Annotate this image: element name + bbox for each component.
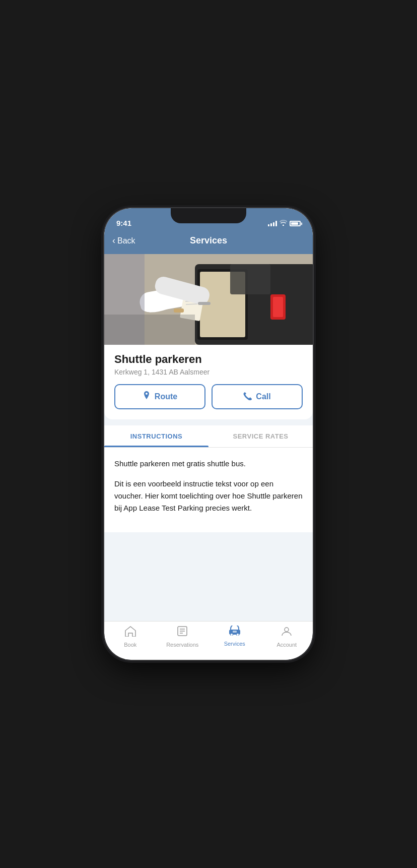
nav-item-account[interactable]: Account	[261, 626, 313, 648]
tab-service-rates[interactable]: SERVICE RATES	[208, 425, 313, 447]
service-image	[104, 254, 313, 345]
status-time: 9:41	[116, 219, 131, 227]
nav-services-label: Services	[224, 641, 245, 647]
bottom-nav: Book Reservations	[104, 621, 313, 660]
back-label: Back	[117, 236, 135, 245]
nav-item-book[interactable]: Book	[104, 626, 157, 648]
nav-reservations-label: Reservations	[166, 642, 198, 648]
home-icon	[124, 626, 136, 640]
account-icon	[281, 626, 292, 640]
tab-instructions[interactable]: INSTRUCTIONS	[104, 425, 208, 447]
instructions-content: Shuttle parkeren met gratis shuttle bus.…	[104, 448, 313, 532]
svg-rect-15	[174, 308, 184, 313]
tabs-container: INSTRUCTIONS SERVICE RATES	[104, 425, 313, 448]
svg-point-27	[285, 628, 289, 632]
route-button[interactable]: Route	[114, 384, 205, 409]
nav-book-label: Book	[124, 642, 136, 648]
signal-icon	[268, 221, 277, 226]
nav-item-services[interactable]: Services	[208, 626, 261, 648]
services-icon	[228, 626, 241, 639]
page-title: Services	[190, 235, 227, 246]
phone-icon	[243, 392, 252, 402]
instruction-paragraph-1: Shuttle parkeren met gratis shuttle bus.	[114, 458, 303, 470]
service-card: Shuttle parkeren Kerkweg 1, 1431 AB Aals…	[104, 254, 313, 419]
status-icons	[268, 220, 301, 227]
route-label: Route	[155, 392, 177, 401]
svg-point-24	[230, 634, 233, 636]
back-chevron-icon: ‹	[112, 235, 115, 246]
tab-service-rates-label: SERVICE RATES	[233, 432, 288, 440]
svg-point-25	[236, 634, 239, 636]
action-buttons: Route Call	[114, 384, 303, 409]
battery-icon	[290, 221, 301, 226]
location-icon	[143, 391, 151, 402]
service-name: Shuttle parkeren	[114, 353, 303, 366]
svg-rect-26	[233, 631, 237, 633]
svg-rect-16	[198, 302, 211, 305]
nav-account-label: Account	[276, 642, 297, 648]
scrollable-content: Shuttle parkeren Kerkweg 1, 1431 AB Aals…	[104, 254, 313, 660]
service-info: Shuttle parkeren Kerkweg 1, 1431 AB Aals…	[104, 345, 313, 419]
svg-rect-18	[104, 315, 195, 345]
reservations-icon	[177, 626, 188, 640]
svg-rect-6	[230, 264, 270, 294]
service-address: Kerkweg 1, 1431 AB Aalsmeer	[114, 368, 303, 376]
tab-instructions-label: INSTRUCTIONS	[130, 432, 183, 440]
nav-item-reservations[interactable]: Reservations	[157, 626, 209, 648]
page-header: ‹ Back Services	[104, 230, 313, 254]
back-button[interactable]: ‹ Back	[112, 235, 135, 246]
call-button[interactable]: Call	[212, 384, 303, 409]
call-label: Call	[256, 392, 270, 401]
svg-rect-5	[273, 297, 283, 317]
svg-line-13	[186, 304, 197, 304]
instruction-paragraph-2: Dit is een voorbeeld instructie tekst vo…	[114, 478, 303, 514]
wifi-icon	[280, 220, 287, 227]
